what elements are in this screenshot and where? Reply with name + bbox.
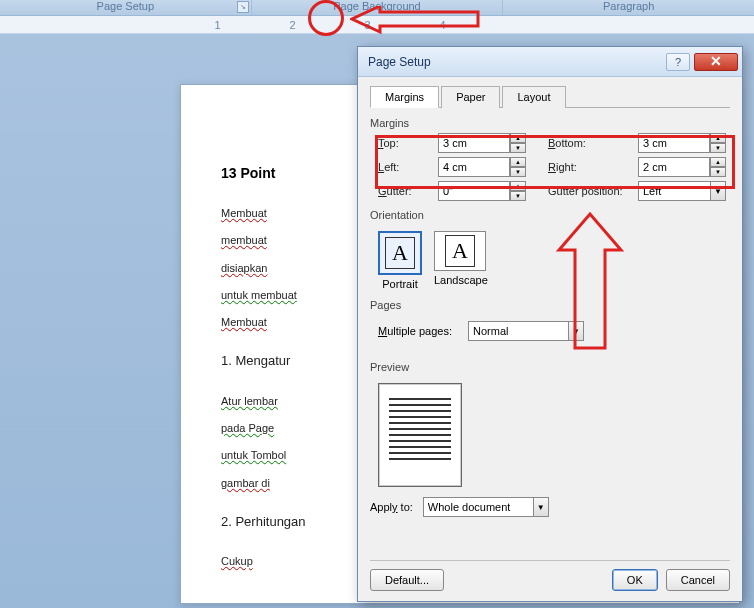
- gutter-field[interactable]: [438, 181, 510, 201]
- cancel-button[interactable]: Cancel: [666, 569, 730, 591]
- dialog-launcher-icon[interactable]: ↘: [237, 1, 249, 13]
- orientation-group-label: Orientation: [370, 209, 730, 221]
- default-button[interactable]: Default...: [370, 569, 444, 591]
- margin-right-input[interactable]: ▲▼: [638, 157, 738, 177]
- orientation-portrait[interactable]: A Portrait: [378, 231, 422, 290]
- gutter-input[interactable]: ▲▼: [438, 181, 538, 201]
- gutter-label: Gutter:: [378, 185, 428, 197]
- ok-button[interactable]: OK: [612, 569, 658, 591]
- orientation-group: A Portrait A Landscape: [378, 231, 730, 290]
- preview-group-label: Preview: [370, 361, 730, 373]
- apply-row: Apply to: ▼: [370, 497, 730, 517]
- margins-grid: Top: ▲▼ Bottom: ▲▼ Left: ▲▼ Right: ▲▼ Gu…: [378, 133, 730, 201]
- tab-paper[interactable]: Paper: [441, 86, 500, 108]
- spin-down-icon[interactable]: ▼: [510, 143, 526, 153]
- spin-up-icon[interactable]: ▲: [510, 181, 526, 191]
- apply-to-field[interactable]: [423, 497, 533, 517]
- ribbon-group-paragraph: Paragraph: [503, 0, 754, 15]
- horizontal-ruler[interactable]: 1 2 3 4: [0, 16, 754, 34]
- help-button[interactable]: ?: [666, 53, 690, 71]
- spin-down-icon[interactable]: ▼: [510, 191, 526, 201]
- multiple-pages-combo[interactable]: ▼: [468, 321, 584, 341]
- pages-group-label: Pages: [370, 299, 730, 311]
- spin-up-icon[interactable]: ▲: [710, 157, 726, 167]
- dialog-titlebar[interactable]: Page Setup ? ✕: [358, 47, 742, 77]
- gutter-position-label: Gutter position:: [548, 185, 628, 197]
- ruler-mark: 4: [405, 19, 480, 31]
- spin-up-icon[interactable]: ▲: [710, 133, 726, 143]
- bottom-label: Bottom:: [548, 137, 628, 149]
- left-label: Left:: [378, 161, 428, 173]
- portrait-label: Portrait: [378, 278, 422, 290]
- margin-bottom-field[interactable]: [638, 133, 710, 153]
- tab-margins[interactable]: Margins: [370, 86, 439, 108]
- top-label: Top:: [378, 137, 428, 149]
- margin-left-field[interactable]: [438, 157, 510, 177]
- chevron-down-icon[interactable]: ▼: [568, 321, 584, 341]
- ribbon-group-page-background: Page Background: [252, 0, 504, 15]
- margin-top-input[interactable]: ▲▼: [438, 133, 538, 153]
- close-button[interactable]: ✕: [694, 53, 738, 71]
- dialog-title: Page Setup: [368, 55, 666, 69]
- ribbon-label: Paragraph: [603, 0, 654, 12]
- ribbon-group-page-setup: Page Setup ↘: [0, 0, 252, 15]
- gutter-position-combo[interactable]: ▼: [638, 181, 738, 201]
- spin-down-icon[interactable]: ▼: [710, 143, 726, 153]
- right-label: Right:: [548, 161, 628, 173]
- landscape-label: Landscape: [434, 274, 488, 286]
- dialog-tabs: Margins Paper Layout: [370, 85, 730, 108]
- spin-down-icon[interactable]: ▼: [710, 167, 726, 177]
- ruler-mark: 2: [255, 19, 330, 31]
- apply-to-label: Apply to:: [370, 501, 413, 513]
- multiple-pages-label: Multiple pages:: [378, 325, 452, 337]
- margin-top-field[interactable]: [438, 133, 510, 153]
- chevron-down-icon[interactable]: ▼: [533, 497, 549, 517]
- dialog-button-row: Default... OK Cancel: [370, 560, 730, 591]
- page-setup-dialog: Page Setup ? ✕ Margins Paper Layout Marg…: [357, 46, 743, 602]
- ribbon-label: Page Setup: [97, 0, 155, 12]
- ribbon-label: Page Background: [333, 0, 420, 12]
- ruler-mark: 1: [180, 19, 255, 31]
- spin-up-icon[interactable]: ▲: [510, 133, 526, 143]
- gutter-position-field[interactable]: [638, 181, 710, 201]
- ribbon: Page Setup ↘ Page Background Paragraph: [0, 0, 754, 16]
- landscape-icon: A: [445, 235, 475, 267]
- apply-to-combo[interactable]: ▼: [423, 497, 549, 517]
- tab-layout[interactable]: Layout: [502, 86, 565, 108]
- multiple-pages-field[interactable]: [468, 321, 568, 341]
- chevron-down-icon[interactable]: ▼: [710, 181, 726, 201]
- portrait-icon: A: [385, 237, 415, 269]
- margin-right-field[interactable]: [638, 157, 710, 177]
- margin-bottom-input[interactable]: ▲▼: [638, 133, 738, 153]
- margin-left-input[interactable]: ▲▼: [438, 157, 538, 177]
- spin-down-icon[interactable]: ▼: [510, 167, 526, 177]
- ruler-mark: 3: [330, 19, 405, 31]
- spin-up-icon[interactable]: ▲: [510, 157, 526, 167]
- margins-group-label: Margins: [370, 117, 730, 129]
- dialog-body: Margins Paper Layout Margins Top: ▲▼ Bot…: [358, 77, 742, 601]
- orientation-landscape[interactable]: A Landscape: [434, 231, 488, 290]
- preview-thumbnail: [378, 383, 462, 487]
- pages-row: Multiple pages: ▼: [378, 321, 730, 341]
